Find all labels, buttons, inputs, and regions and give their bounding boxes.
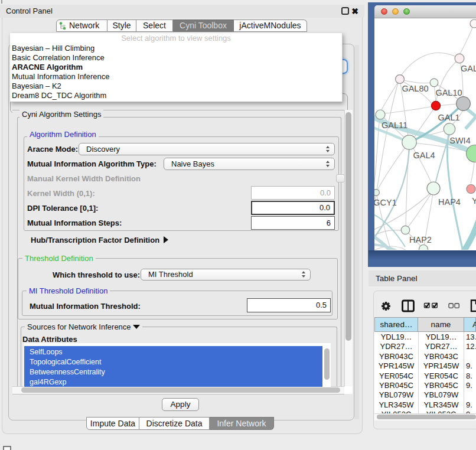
svg-text:GAL1: GAL1	[438, 113, 459, 122]
svg-text:GAL10: GAL10	[435, 88, 462, 97]
svg-text:GAL7: GAL7	[461, 64, 476, 73]
svg-text:YKL: YKL	[472, 196, 476, 206]
svg-text:SWI4: SWI4	[449, 136, 470, 145]
svg-text:GAL80: GAL80	[402, 84, 428, 93]
svg-text:GCY1: GCY1	[374, 198, 397, 207]
svg-text:GAL11: GAL11	[382, 120, 407, 130]
svg-text:GAL4: GAL4	[413, 151, 435, 160]
svg-text:HAP2: HAP2	[409, 235, 432, 244]
svg-text:HAP4: HAP4	[438, 197, 461, 207]
